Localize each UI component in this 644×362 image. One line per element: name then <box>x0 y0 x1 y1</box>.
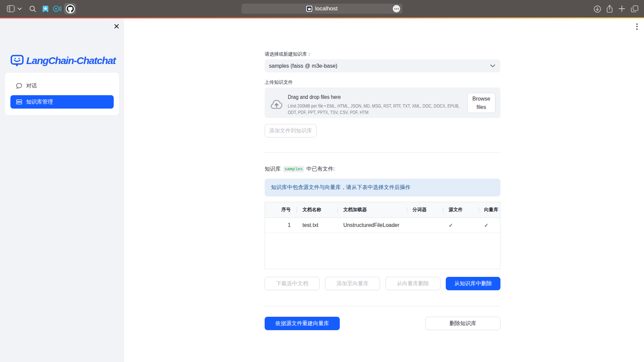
sidebar-chevron-down-icon[interactable] <box>17 7 22 11</box>
kb-files-suffix: 中已有文件: <box>307 166 335 173</box>
search-icon[interactable] <box>29 5 36 12</box>
sidebar-item-label: 知识库管理 <box>26 99 53 106</box>
github-icon <box>66 4 75 13</box>
table-header-loader[interactable]: 文档加载器 <box>337 202 406 218</box>
download-icon[interactable] <box>593 5 601 13</box>
delete-from-kb-button[interactable]: 从知识库中删除 <box>446 277 500 290</box>
delete-kb-button[interactable]: 删除知识库 <box>425 317 500 330</box>
tabs-overview-icon[interactable] <box>630 5 639 13</box>
column-separator <box>337 207 338 213</box>
cell-docname: test.txt <box>297 218 337 233</box>
column-separator <box>407 207 407 213</box>
main-content: 请选择或新建知识库： samples (faiss @ m3e-base) 上传… <box>124 18 644 362</box>
uploader-limit-line1: Limit 200MB per file • EML, HTML, JSON, … <box>288 103 460 109</box>
app-logo: LangChain-Chatchat <box>10 54 118 68</box>
share-icon[interactable] <box>606 4 613 13</box>
kb-files-prefix: 知识库 <box>265 166 281 173</box>
toolbar-separator <box>16 6 16 12</box>
table-header-index[interactable]: 序号 <box>265 202 297 218</box>
column-separator <box>297 207 297 213</box>
cell-splitter <box>407 218 443 233</box>
browser-sidebar-toggle-icon[interactable] <box>6 4 15 13</box>
table-header-docname[interactable]: 文档名称 <box>297 202 337 218</box>
site-favicon <box>306 6 312 12</box>
divider <box>265 152 500 153</box>
url-bar[interactable]: localhost <box>241 4 402 14</box>
cloud-upload-icon <box>271 100 282 109</box>
select-chevron-down-icon <box>490 64 495 67</box>
chatchat-logo-icon <box>10 55 24 67</box>
browse-files-button[interactable]: Browse files <box>467 93 495 113</box>
new-tab-plus-icon[interactable] <box>618 5 626 12</box>
kb-files-heading: 知识库samples中已有文件: <box>265 165 335 173</box>
divider <box>265 306 500 306</box>
kb-selectbox-value: samples (faiss @ m3e-base) <box>269 63 490 69</box>
app-logo-text: LangChain-Chatchat <box>26 55 115 66</box>
add-to-vectorstore-button[interactable]: 添加至向量库 <box>325 277 380 290</box>
cell-index: 1 <box>265 218 297 233</box>
upload-label: 上传知识文件 <box>265 79 293 85</box>
streamlit-main-menu-icon[interactable] <box>633 22 641 31</box>
sidebar-item-dialogue[interactable]: 对话 <box>10 79 114 93</box>
table-header-row: 序号 文档名称 文档加载器 分词器 源文件 向量库 <box>265 202 500 218</box>
sidebar: LangChain-Chatchat 对话 <box>0 18 124 362</box>
url-more-ellipsis-icon[interactable] <box>393 5 400 12</box>
sidebar-close-icon[interactable] <box>113 22 120 30</box>
chat-bubble-icon <box>16 83 22 89</box>
browser-window: localhost <box>0 0 644 362</box>
info-alert: 知识库中包含源文件与向量库，请从下表中选择文件后操作 <box>265 179 500 196</box>
kb-name-code: samples <box>283 166 304 172</box>
browser-toolbar: localhost <box>0 0 644 17</box>
hdd-stack-icon <box>16 99 22 105</box>
add-files-to-kb-button[interactable]: 添加文件到知识库 <box>265 124 317 137</box>
kb-select-label: 请选择或新建知识库： <box>265 51 312 57</box>
cell-loader: UnstructuredFileLoader <box>337 218 406 233</box>
table-row[interactable]: 1 test.txt UnstructuredFileLoader ✓ ✓ <box>265 218 500 233</box>
info-alert-text: 知识库中包含源文件与向量库，请从下表中选择文件后操作 <box>271 184 411 191</box>
column-separator <box>479 207 479 213</box>
uploader-title: Drag and drop files here <box>288 93 341 101</box>
sidebar-item-label: 对话 <box>26 82 37 89</box>
table-header-vectorstore[interactable]: 向量库 <box>478 202 500 218</box>
extension-bookmark-icon[interactable] <box>42 5 49 13</box>
extension-signal-icon[interactable] <box>53 5 61 12</box>
delete-from-vectorstore-button[interactable]: 从向量库删除 <box>385 277 440 290</box>
uploader-limit-line2: ODT, PDF, PPT, PPTX, TSV, CSV, PDF, HTM <box>288 109 368 116</box>
github-tab-pill[interactable] <box>64 3 76 14</box>
cell-sourcefile-check: ✓ <box>442 218 478 233</box>
url-text: localhost <box>315 5 337 12</box>
download-selected-button[interactable]: 下载选中文档 <box>265 277 320 290</box>
kb-selectbox[interactable]: samples (faiss @ m3e-base) <box>265 59 500 72</box>
table-header-splitter[interactable]: 分词器 <box>407 202 443 218</box>
column-separator <box>443 207 443 213</box>
cell-vectorstore-check: ✓ <box>478 218 500 233</box>
table-header-sourcefile[interactable]: 源文件 <box>442 202 478 218</box>
file-uploader-dropzone[interactable]: Drag and drop files here Limit 200MB per… <box>265 87 500 118</box>
rebuild-vectorstore-button[interactable]: 依据源文件重建向量库 <box>265 317 340 330</box>
sidebar-menu-card: 对话 知识库管理 <box>5 73 119 115</box>
kb-files-table: 序号 文档名称 文档加载器 分词器 源文件 向量库 1 test.txt Uns… <box>265 202 500 269</box>
sidebar-item-kb-management[interactable]: 知识库管理 <box>10 95 114 109</box>
